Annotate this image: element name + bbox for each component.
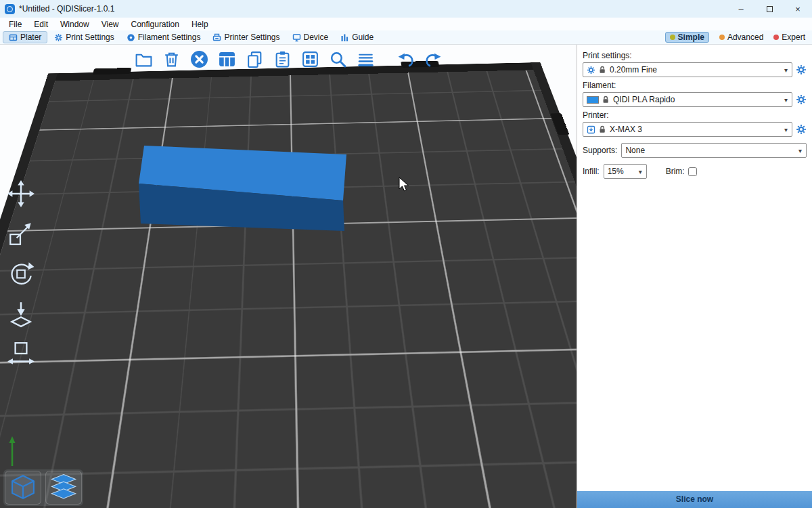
cut-tool-icon [7,339,35,368]
scale-tool-icon [7,219,35,248]
print-settings-gear-button[interactable] [796,64,807,75]
close-button[interactable]: × [784,0,812,18]
maximize-icon [767,6,773,12]
delete-all-icon [190,50,208,68]
redo-icon [424,50,443,68]
tab-print-settings[interactable]: Print Settings [49,32,119,43]
print-settings-combo[interactable]: 0.20mm Fine ▾ [583,62,792,77]
layer-height-button[interactable] [354,47,377,70]
tab-bar: Plater Print Settings Filament Settings … [0,30,812,45]
tab-label: Print Settings [66,33,114,42]
cut-tool-button[interactable] [5,339,37,368]
copy-button[interactable] [243,47,266,70]
printer-icon [212,33,221,42]
delete-icon [162,50,181,68]
menu-view[interactable]: View [95,20,125,29]
tab-filament-settings[interactable]: Filament Settings [121,32,206,43]
undo-icon [397,50,415,68]
minimize-button[interactable]: – [727,0,755,18]
filament-combo[interactable]: QIDI PLA Rapido ▾ [583,92,792,107]
infill-value: 15% [608,167,624,176]
tab-printer-settings[interactable]: Printer Settings [207,32,285,43]
chevron-down-icon: ▾ [784,66,789,74]
filament-color-swatch [587,96,599,104]
chevron-down-icon: ▾ [784,96,789,104]
mode-selector: Simple Advanced Expert [665,32,812,43]
menu-file[interactable]: File [3,20,28,29]
tab-plater[interactable]: Plater [3,31,47,43]
print-bed [0,69,577,508]
view-3d-button[interactable] [5,471,41,505]
view-layers-icon [48,473,79,503]
menu-help[interactable]: Help [185,20,215,29]
settings-sidebar: Print settings: 0.20mm Fine ▾ Filament: … [577,45,812,508]
supports-combo[interactable]: None ▾ [621,143,807,158]
move-tool-button[interactable] [5,179,37,209]
maximize-button[interactable] [755,0,784,18]
layer-height-icon [357,50,375,68]
bed-rim-right [531,62,577,508]
tab-label: Filament Settings [138,33,201,42]
viewport-3d[interactable] [0,45,577,508]
filament-spool-icon [127,33,135,42]
open-folder-icon [135,50,153,68]
scale-tool-button[interactable] [5,219,37,249]
view-mode-buttons [3,469,83,506]
simple-dot-icon [670,35,675,40]
search-button[interactable] [326,47,349,70]
print-settings-value: 0.20mm Fine [610,65,657,75]
gizmo-toolbar [5,179,37,368]
undo-button[interactable] [394,47,417,70]
rotate-tool-button[interactable] [5,259,37,289]
search-icon [329,50,347,68]
delete-button[interactable] [160,47,183,70]
app-logo-icon [5,4,15,14]
supports-label: Supports: [583,146,617,155]
printer-label: Printer: [583,110,807,120]
tab-label: Printer Settings [224,33,279,42]
advanced-dot-icon [719,35,725,40]
view-layers-button[interactable] [45,471,82,505]
slice-now-button[interactable]: Slice now [577,491,812,508]
mode-expert[interactable]: Expert [773,33,805,42]
tab-guide[interactable]: Guide [335,32,379,43]
menu-configuration[interactable]: Configuration [125,20,185,29]
supports-value: None [625,146,645,155]
paste-icon [273,50,292,68]
mode-label: Expert [782,33,805,42]
menu-window[interactable]: Window [54,20,95,29]
fill-bed-button[interactable] [298,47,321,70]
arrange-button[interactable] [215,47,238,70]
delete-all-button[interactable] [187,47,210,70]
arrange-icon [218,50,236,68]
printer-combo[interactable]: X-MAX 3 ▾ [583,122,792,137]
open-folder-button[interactable] [132,47,155,70]
chevron-down-icon: ▾ [784,126,789,133]
bed-wrap [0,45,577,508]
window-title: *Untitled - QIDISlicer-1.0.1 [19,4,114,14]
lock-icon [599,125,606,133]
menu-edit[interactable]: Edit [28,20,54,29]
printer-gear-button[interactable] [796,124,807,135]
mode-simple[interactable]: Simple [665,32,709,43]
redo-button[interactable] [422,47,445,70]
paste-button[interactable] [271,47,294,70]
filament-gear-button[interactable] [796,94,807,105]
plater-icon [9,33,18,42]
menu-bar: File Edit Window View Configuration Help [0,18,812,30]
fill-bed-icon [301,50,319,68]
brim-checkbox[interactable] [688,167,697,176]
copy-icon [246,50,264,68]
chevron-down-icon: ▾ [639,168,644,175]
rotate-tool-icon [7,259,35,288]
title-bar: *Untitled - QIDISlicer-1.0.1 – × [0,0,812,18]
place-on-face-tool-button[interactable] [5,299,37,329]
infill-label: Infill: [583,167,600,176]
gear-icon [54,33,63,42]
infill-combo[interactable]: 15% ▾ [604,164,647,179]
mode-advanced[interactable]: Advanced [719,33,763,42]
lock-icon [602,96,610,104]
tab-device[interactable]: Device [287,32,334,43]
lock-icon [599,66,606,74]
guide-bars-icon [340,33,349,42]
